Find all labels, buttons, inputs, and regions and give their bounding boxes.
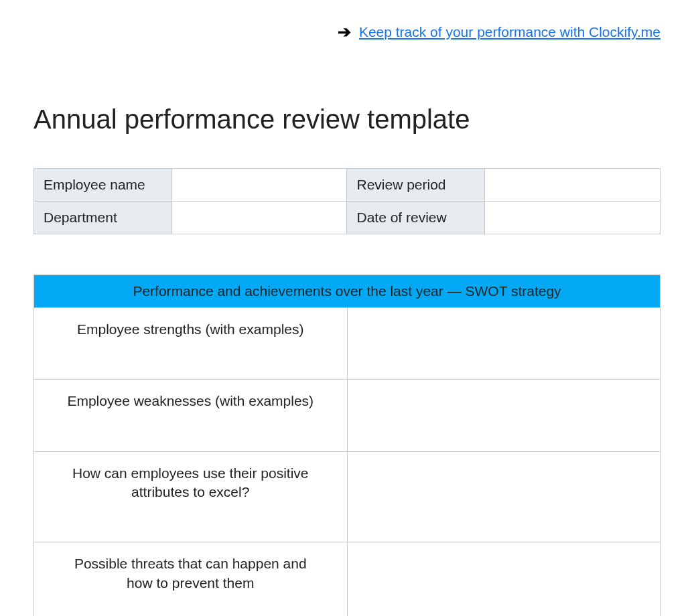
swot-strengths-value[interactable] <box>347 308 661 380</box>
date-of-review-value[interactable] <box>485 202 661 234</box>
swot-header: Performance and achievements over the la… <box>34 275 661 308</box>
info-row: Employee name Review period <box>34 169 661 202</box>
department-label: Department <box>34 202 172 234</box>
date-of-review-label: Date of review <box>347 202 485 234</box>
swot-row: How can employees use their positive att… <box>34 451 661 542</box>
swot-opportunities-value[interactable] <box>347 451 661 542</box>
arrow-right-icon: ➔ <box>338 23 351 42</box>
swot-row: Employee strengths (with examples) <box>34 308 661 380</box>
swot-threats-value[interactable] <box>347 542 661 616</box>
info-row: Department Date of review <box>34 202 661 234</box>
swot-strengths-label: Employee strengths (with examples) <box>34 308 348 380</box>
top-link-row: ➔ Keep track of your performance with Cl… <box>33 20 661 44</box>
employee-info-table: Employee name Review period Department D… <box>33 168 661 234</box>
swot-row: Possible threats that can happen and how… <box>34 542 661 616</box>
swot-row: Employee weaknesses (with examples) <box>34 380 661 451</box>
swot-weaknesses-value[interactable] <box>347 380 661 451</box>
swot-weaknesses-label: Employee weaknesses (with examples) <box>34 380 348 451</box>
swot-table: Performance and achievements over the la… <box>33 275 661 616</box>
employee-name-label: Employee name <box>34 169 172 202</box>
review-period-value[interactable] <box>485 169 661 202</box>
swot-threats-label: Possible threats that can happen and how… <box>34 542 348 616</box>
employee-name-value[interactable] <box>171 169 347 202</box>
swot-opportunities-label: How can employees use their positive att… <box>34 451 348 542</box>
review-period-label: Review period <box>347 169 485 202</box>
clockify-link[interactable]: Keep track of your performance with Cloc… <box>359 24 661 40</box>
department-value[interactable] <box>171 202 347 234</box>
page-title: Annual performance review template <box>33 104 661 135</box>
swot-header-row: Performance and achievements over the la… <box>34 275 661 308</box>
